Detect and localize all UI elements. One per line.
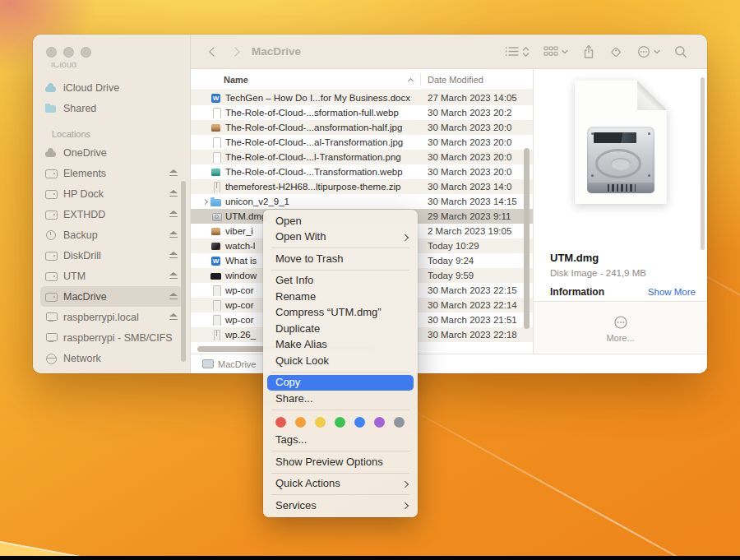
- share-icon[interactable]: [582, 44, 595, 59]
- tag-color-dot[interactable]: [275, 417, 286, 428]
- file-date-modified: Today 9:59: [421, 271, 533, 280]
- eject-icon[interactable]: [169, 211, 178, 218]
- sidebar-item[interactable]: DiskDrill: [40, 245, 183, 266]
- eject-icon[interactable]: [169, 190, 178, 197]
- sidebar-item[interactable]: Shared: [40, 98, 183, 118]
- window-title: MacDrive: [252, 45, 301, 58]
- view-selector-button[interactable]: [505, 46, 530, 58]
- column-header-date-modified[interactable]: Date Modified: [421, 75, 483, 85]
- sidebar-item[interactable]: EXTHDD: [40, 204, 183, 224]
- column-header-name[interactable]: Name: [191, 75, 421, 85]
- eject-icon[interactable]: [169, 252, 178, 259]
- menu-item-open-with[interactable]: Open With: [263, 229, 418, 246]
- sidebar-item[interactable]: OneDrive: [40, 142, 183, 163]
- more-label[interactable]: More...: [534, 333, 707, 343]
- tag-color-dot[interactable]: [354, 417, 365, 428]
- file-name: window: [225, 271, 257, 280]
- back-button[interactable]: [209, 47, 218, 56]
- menu-item-share[interactable]: Share...: [263, 391, 418, 407]
- file-row[interactable]: The-Role-of-Cloud-...Transformation.webp…: [191, 164, 533, 179]
- sidebar-item-icon: [44, 312, 58, 323]
- tag-color-dot[interactable]: [374, 417, 385, 428]
- menu-item-copy[interactable]: Copy: [267, 375, 414, 391]
- sidebar-item[interactable]: raspberrypi.local: [40, 307, 183, 327]
- zoom-button[interactable]: [81, 47, 91, 58]
- chevron-down-icon: [562, 49, 568, 54]
- file-row[interactable]: themeforest-H2H68...ltipurpose-theme.zip…: [191, 179, 533, 194]
- file-date-modified: 30 March 2023 21:51: [421, 315, 533, 325]
- sidebar-item[interactable]: UTM: [40, 266, 183, 286]
- file-name: unicon_v2_9_1: [225, 197, 289, 206]
- tag-color-dot[interactable]: [335, 417, 345, 428]
- file-row[interactable]: The-Role-of-Cloud-...l-Transformation.pn…: [191, 150, 533, 164]
- path-item[interactable]: MacDrive: [218, 359, 256, 369]
- tag-color-dot[interactable]: [394, 417, 405, 428]
- sidebar-item-icon: [44, 353, 58, 364]
- show-more-link[interactable]: Show More: [648, 287, 696, 297]
- menu-item-move-to-trash[interactable]: Move to Trash: [263, 251, 418, 267]
- column-divider[interactable]: [420, 73, 421, 86]
- sidebar-item[interactable]: HP Dock: [40, 183, 183, 204]
- sidebar-item[interactable]: iCloud Drive: [40, 77, 183, 98]
- menu-item-quick-actions[interactable]: Quick Actions: [263, 476, 418, 493]
- screen: iCloud iCloud Drive Shared Loca: [0, 0, 740, 560]
- forward-button[interactable]: [230, 47, 239, 56]
- tag-color-dot[interactable]: [315, 417, 326, 428]
- file-name: The-Role-of-Cloud-...sformation-full.web…: [225, 108, 399, 118]
- list-view-icon: [505, 46, 519, 57]
- file-icon: [210, 182, 221, 192]
- sidebar-section-clipped: iCloud: [51, 62, 76, 70]
- menu-item-show-preview-options[interactable]: Show Preview Options: [263, 454, 418, 470]
- file-name: wp.26_: [225, 330, 256, 340]
- file-row[interactable]: The-Role-of-Cloud-...sformation-full.web…: [191, 105, 533, 120]
- file-date-modified: Today 9:24: [421, 256, 533, 266]
- menu-item-tags[interactable]: Tags...: [263, 433, 418, 449]
- sidebar-item-icon: [44, 271, 58, 282]
- menu-item-rename[interactable]: Rename: [263, 289, 418, 305]
- sidebar-item[interactable]: MacDrive: [40, 286, 183, 307]
- ellipsis-circle-icon[interactable]: [613, 315, 628, 330]
- eject-icon[interactable]: [169, 272, 178, 280]
- tags-icon[interactable]: [609, 45, 623, 58]
- chevron-down-icon: [654, 49, 660, 54]
- toolbar: MacDrive: [191, 35, 707, 69]
- file-row[interactable]: unicon_v2_9_1 30 March 2023 14:15: [191, 194, 533, 209]
- menu-item-quick-look[interactable]: Quick Look: [263, 353, 418, 369]
- menu-item-make-alias[interactable]: Make Alias: [263, 337, 418, 354]
- eject-icon[interactable]: [169, 293, 178, 300]
- menu-item-compress[interactable]: Compress “UTM.dmg”: [263, 305, 418, 322]
- sidebar-item[interactable]: raspberrypi - SMB/CIFS: [40, 327, 183, 348]
- file-icon: [210, 241, 221, 252]
- close-button[interactable]: [46, 47, 57, 58]
- file-row[interactable]: The-Role-of-Cloud-...al-Transformation.j…: [191, 135, 533, 150]
- file-row[interactable]: The-Role-of-Cloud-...ansformation-half.j…: [191, 120, 533, 135]
- sidebar-item-label: MacDrive: [63, 291, 107, 303]
- sidebar: iCloud iCloud Drive Shared Loca: [33, 35, 191, 373]
- eject-icon[interactable]: [169, 231, 178, 238]
- eject-icon[interactable]: [169, 169, 178, 177]
- eject-icon[interactable]: [169, 313, 178, 321]
- file-name: The-Role-of-Cloud-...Transformation.webp: [225, 167, 403, 177]
- menu-item-open[interactable]: Open: [263, 213, 418, 229]
- sidebar-item[interactable]: Elements: [40, 163, 183, 183]
- file-icon: [210, 123, 221, 133]
- menu-item-services[interactable]: Services: [263, 498, 418, 514]
- menu-item-duplicate[interactable]: Duplicate: [263, 321, 418, 337]
- sidebar-item[interactable]: Network: [40, 348, 183, 368]
- file-name: wp-cor: [225, 300, 254, 310]
- search-icon[interactable]: [674, 45, 687, 58]
- list-vertical-scrollbar[interactable]: [524, 148, 530, 329]
- minimize-button[interactable]: [63, 47, 74, 58]
- preview-scrollbar[interactable]: [701, 77, 705, 250]
- group-by-button[interactable]: [543, 46, 568, 57]
- more-options-button[interactable]: [637, 45, 660, 58]
- sidebar-item[interactable]: Backup: [40, 224, 183, 245]
- file-name: watch-l: [225, 241, 255, 251]
- file-icon: [210, 108, 221, 118]
- file-row[interactable]: TechGen – How Do I...for My Business.doc…: [191, 90, 533, 105]
- tag-color-dot[interactable]: [295, 417, 306, 428]
- menu-item-get-info[interactable]: Get Info: [263, 273, 418, 289]
- sidebar-scrollbar[interactable]: [181, 181, 186, 362]
- preview-information-row: Information Show More: [550, 286, 696, 298]
- file-name: The-Role-of-Cloud-...al-Transformation.j…: [225, 137, 403, 147]
